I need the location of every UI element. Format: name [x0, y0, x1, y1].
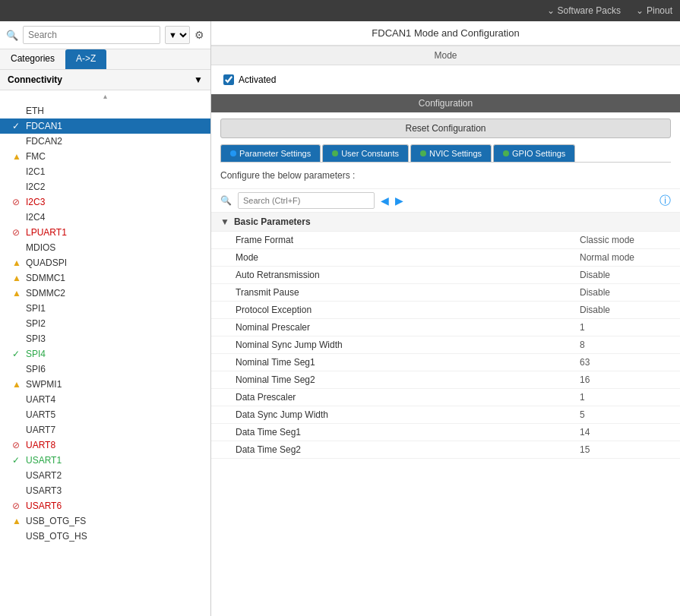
- param-row-3[interactable]: Transmit PauseDisable: [211, 284, 680, 302]
- param-value-8: 16: [580, 374, 671, 385]
- nav-item-spi4[interactable]: ✓SPI4: [0, 346, 210, 362]
- param-row-7[interactable]: Nominal Time Seg163: [211, 354, 680, 371]
- nav-item-label: USB_OTG_FS: [26, 516, 86, 526]
- param-name-6: Nominal Sync Jump Width: [236, 340, 580, 350]
- config-tab-2[interactable]: NVIC Settings: [410, 144, 492, 162]
- nav-item-lpuart1[interactable]: ⊘LPUART1: [0, 225, 210, 240]
- nav-item-usb_otg_hs[interactable]: USB_OTG_HS: [0, 529, 210, 544]
- tab-label-0: Parameter Settings: [239, 149, 311, 158]
- nav-item-label: USB_OTG_HS: [26, 531, 87, 542]
- nav-item-usart2[interactable]: USART2: [0, 468, 210, 483]
- search-bar: 🔍 ▼ ⚙: [0, 21, 210, 49]
- params-group-label: Basic Parameters: [234, 216, 311, 227]
- category-header[interactable]: Connectivity ▼: [0, 70, 210, 90]
- tab-categories[interactable]: Categories: [0, 49, 65, 69]
- search-icon2: 🔍: [220, 195, 232, 206]
- nav-item-usart1[interactable]: ✓USART1: [0, 453, 210, 468]
- activated-label: Activated: [239, 74, 276, 85]
- config-tabs: Parameter SettingsUser ConstantsNVIC Set…: [220, 144, 671, 163]
- search-dropdown[interactable]: ▼: [165, 26, 190, 44]
- param-row-1[interactable]: ModeNormal mode: [211, 249, 680, 267]
- param-value-6: 8: [580, 340, 671, 350]
- nav-item-eth[interactable]: ETH: [0, 103, 210, 118]
- config-tab-0[interactable]: Parameter Settings: [220, 144, 321, 162]
- nav-item-label: LPUART1: [26, 227, 67, 238]
- config-tab-1[interactable]: User Constants: [322, 144, 409, 162]
- software-packs-btn[interactable]: ⌄ Software Packs: [547, 5, 621, 16]
- gear-button[interactable]: ⚙: [195, 29, 204, 41]
- tab-az[interactable]: A->Z: [65, 49, 106, 69]
- nav-item-uart4[interactable]: UART4: [0, 392, 210, 407]
- nav-item-sdmmc1[interactable]: ▲SDMMC1: [0, 270, 210, 286]
- nav-item-fdcan2[interactable]: FDCAN2: [0, 134, 210, 149]
- nav-item-sdmmc2[interactable]: ▲SDMMC2: [0, 286, 210, 301]
- nav-item-label: SDMMC2: [26, 288, 65, 299]
- pinout-btn[interactable]: ⌄ Pinout: [636, 5, 672, 16]
- param-search-input[interactable]: [238, 192, 375, 209]
- param-value-10: 5: [580, 409, 671, 420]
- nav-item-spi3[interactable]: SPI3: [0, 331, 210, 346]
- nav-item-i2c3[interactable]: ⊘I2C3: [0, 194, 210, 210]
- nav-item-uart7[interactable]: UART7: [0, 422, 210, 438]
- nav-item-uart5[interactable]: UART5: [0, 407, 210, 422]
- param-name-8: Nominal Time Seg2: [236, 374, 580, 385]
- config-section-header: Configuration: [211, 94, 680, 112]
- top-bar: ⌄ Software Packs ⌄ Pinout: [0, 0, 680, 21]
- param-row-5[interactable]: Nominal Prescaler1: [211, 319, 680, 336]
- nav-item-spi1[interactable]: SPI1: [0, 301, 210, 316]
- nav-item-label: FMC: [26, 151, 46, 162]
- chevron-down-icon: ⌄: [547, 5, 555, 16]
- nav-item-usb_otg_fs[interactable]: ▲USB_OTG_FS: [0, 513, 210, 529]
- error-icon: ⊘: [12, 440, 23, 450]
- nav-item-label: UART5: [26, 409, 55, 420]
- param-row-9[interactable]: Data Prescaler1: [211, 389, 680, 406]
- warning-icon: ▲: [12, 516, 23, 526]
- nav-item-label: SPI4: [26, 349, 46, 359]
- search-icon: 🔍: [6, 30, 18, 41]
- nav-item-fmc[interactable]: ▲FMC: [0, 149, 210, 164]
- search-prev-button[interactable]: ◀: [381, 194, 389, 207]
- nav-item-fdcan1[interactable]: ✓FDCAN1: [0, 118, 210, 134]
- nav-item-usart6[interactable]: ⊘USART6: [0, 498, 210, 513]
- nav-item-usart3[interactable]: USART3: [0, 483, 210, 498]
- param-row-0[interactable]: Frame FormatClassic mode: [211, 232, 680, 249]
- param-row-2[interactable]: Auto RetransmissionDisable: [211, 267, 680, 284]
- activated-checkbox[interactable]: [223, 74, 234, 85]
- param-name-12: Data Time Seg2: [236, 444, 580, 455]
- nav-item-i2c1[interactable]: I2C1: [0, 164, 210, 179]
- nav-item-label: SPI3: [26, 333, 46, 344]
- search-input[interactable]: [23, 26, 160, 44]
- reset-config-button[interactable]: Reset Configuration: [220, 118, 671, 138]
- nav-item-quadspi[interactable]: ▲QUADSPI: [0, 255, 210, 270]
- panel-title: FDCAN1 Mode and Configuration: [211, 21, 680, 46]
- nav-item-i2c2[interactable]: I2C2: [0, 179, 210, 194]
- error-icon: ⊘: [12, 197, 23, 207]
- nav-item-spi6[interactable]: SPI6: [0, 362, 210, 377]
- nav-item-uart8[interactable]: ⊘UART8: [0, 438, 210, 453]
- nav-item-label: I2C1: [26, 166, 45, 177]
- params-group-header[interactable]: ▼ Basic Parameters: [211, 213, 680, 232]
- param-value-7: 63: [580, 357, 671, 368]
- tab-label-2: NVIC Settings: [429, 149, 482, 158]
- ok-icon: ✓: [12, 121, 23, 131]
- nav-item-label: SWPMI1: [26, 379, 62, 390]
- search-next-button[interactable]: ▶: [395, 194, 403, 207]
- param-name-9: Data Prescaler: [236, 392, 580, 403]
- left-panel: 🔍 ▼ ⚙ Categories A->Z Connectivity ▼ ▴ E…: [0, 21, 211, 616]
- nav-item-spi2[interactable]: SPI2: [0, 316, 210, 331]
- param-row-10[interactable]: Data Sync Jump Width5: [211, 406, 680, 424]
- nav-item-swpmi1[interactable]: ▲SWPMI1: [0, 377, 210, 392]
- param-value-3: Disable: [580, 287, 671, 298]
- param-row-6[interactable]: Nominal Sync Jump Width8: [211, 336, 680, 354]
- nav-item-mdios[interactable]: MDIOS: [0, 240, 210, 255]
- param-row-8[interactable]: Nominal Time Seg216: [211, 371, 680, 389]
- nav-list: ETH✓FDCAN1FDCAN2▲FMCI2C1I2C2⊘I2C3I2C4⊘LP…: [0, 102, 210, 616]
- config-tab-3[interactable]: GPIO Settings: [493, 144, 575, 162]
- param-name-11: Data Time Seg1: [236, 427, 580, 438]
- param-row-12[interactable]: Data Time Seg215: [211, 441, 680, 459]
- category-label: Connectivity: [8, 74, 62, 85]
- nav-item-i2c4[interactable]: I2C4: [0, 210, 210, 225]
- param-row-4[interactable]: Protocol ExceptionDisable: [211, 302, 680, 319]
- nav-item-label: USART1: [26, 455, 62, 466]
- param-row-11[interactable]: Data Time Seg114: [211, 424, 680, 441]
